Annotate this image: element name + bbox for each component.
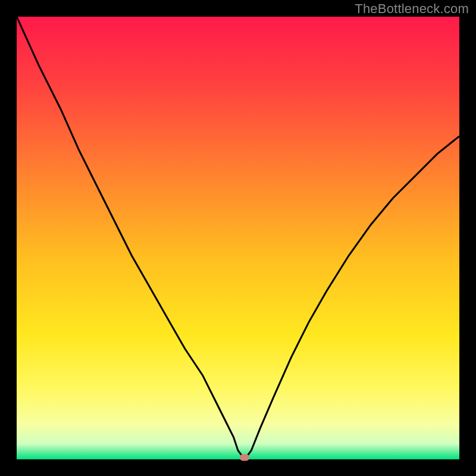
optimal-point-marker — [240, 455, 249, 461]
chart-plot-area — [17, 17, 459, 459]
watermark-text: TheBottleneck.com — [355, 1, 469, 17]
gradient-background — [17, 17, 459, 459]
bottleneck-chart — [17, 17, 459, 459]
